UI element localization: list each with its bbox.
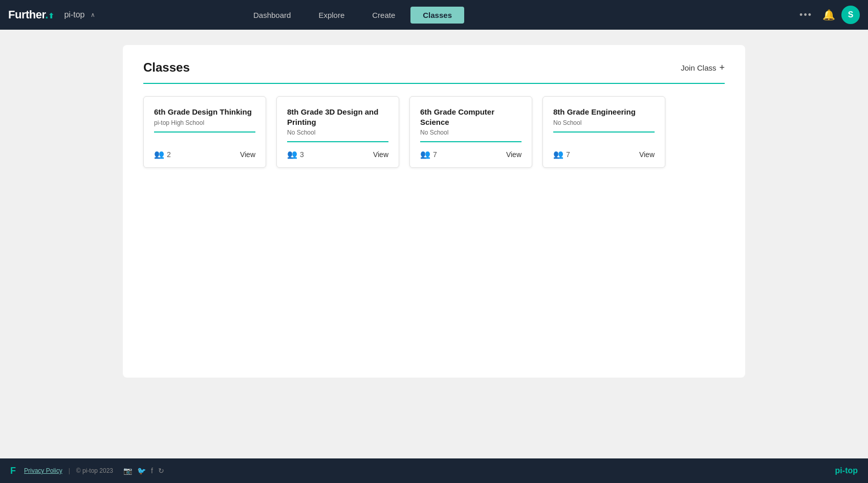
student-count: 👥 7 — [420, 149, 437, 159]
card-school: pi-top High School — [154, 119, 255, 126]
card-school: No School — [420, 129, 522, 136]
count-value: 7 — [566, 150, 570, 159]
logo-text: Further.⬆ — [8, 8, 54, 21]
student-count: 👥 2 — [154, 149, 171, 159]
logo-area: Further.⬆ pi-top ∧ — [8, 8, 95, 21]
student-count: 👥 7 — [553, 149, 570, 159]
card-footer: 👥 3 View — [287, 149, 388, 159]
join-class-button[interactable]: Join Class + — [681, 62, 725, 73]
people-icon: 👥 — [420, 149, 430, 159]
view-button[interactable]: View — [373, 150, 388, 159]
tab-dashboard[interactable]: Dashboard — [241, 7, 303, 24]
join-class-label: Join Class — [681, 63, 716, 72]
card-footer: 👥 7 View — [553, 149, 655, 159]
view-button[interactable]: View — [240, 150, 255, 159]
tab-create[interactable]: Create — [360, 7, 407, 24]
count-value: 3 — [300, 150, 304, 159]
nav-tabs: Dashboard Explore Create Classes — [241, 7, 464, 24]
twitter-icon[interactable]: 🐦 — [137, 467, 146, 475]
tab-explore[interactable]: Explore — [306, 7, 357, 24]
tab-classes[interactable]: Classes — [410, 7, 464, 24]
footer: F Privacy Policy | © pi-top 2023 📷 🐦 f ↻… — [0, 458, 868, 483]
card-title: 8th Grade Engineering — [553, 107, 655, 117]
footer-social: 📷 🐦 f ↻ — [123, 467, 164, 475]
card-divider — [420, 141, 522, 142]
student-count: 👥 3 — [287, 149, 304, 159]
privacy-policy-link[interactable]: Privacy Policy — [24, 467, 62, 474]
card-divider — [287, 141, 388, 142]
panel-header: Classes Join Class + — [143, 60, 725, 75]
card-divider — [553, 131, 655, 133]
card-title: 6th Grade Computer Science — [420, 107, 522, 127]
view-button[interactable]: View — [506, 150, 522, 159]
people-icon: 👥 — [553, 149, 563, 159]
class-card: 8th Grade 3D Design and Printing No Scho… — [276, 96, 399, 168]
header-divider — [143, 83, 725, 84]
cards-grid: 6th Grade Design Thinking pi-top High Sc… — [143, 96, 725, 168]
count-value: 7 — [433, 150, 437, 159]
header: Further.⬆ pi-top ∧ Dashboard Explore Cre… — [0, 0, 868, 30]
instagram-icon[interactable]: 📷 — [123, 467, 132, 475]
people-icon: 👥 — [154, 149, 164, 159]
content-panel: Classes Join Class + 6th Grade Design Th… — [123, 45, 745, 378]
card-divider — [154, 131, 255, 133]
share-icon[interactable]: ↻ — [158, 467, 164, 475]
card-school: No School — [287, 129, 388, 136]
chevron-up-icon[interactable]: ∧ — [91, 11, 95, 18]
page-title: Classes — [143, 60, 190, 75]
class-card: 6th Grade Design Thinking pi-top High Sc… — [143, 96, 266, 168]
logo-wordmark: Further — [8, 8, 45, 21]
plus-icon: + — [719, 62, 725, 73]
count-value: 2 — [167, 150, 171, 159]
facebook-icon[interactable]: f — [151, 467, 153, 475]
avatar[interactable]: S — [841, 6, 860, 24]
footer-pitop-brand: pi-top — [835, 466, 858, 475]
header-right: ••• 🔔 S — [795, 6, 860, 24]
view-button[interactable]: View — [639, 150, 655, 159]
logo-icon: ⬆ — [48, 12, 54, 20]
site-name: pi-top — [64, 10, 84, 19]
card-school: No School — [553, 119, 655, 126]
footer-copyright: © pi-top 2023 — [76, 467, 113, 474]
bell-icon[interactable]: 🔔 — [822, 9, 835, 21]
card-footer: 👥 7 View — [420, 149, 522, 159]
footer-separator: | — [69, 467, 70, 474]
footer-logo: F — [10, 466, 16, 476]
card-title: 8th Grade 3D Design and Printing — [287, 107, 388, 127]
class-card: 6th Grade Computer Science No School 👥 7… — [409, 96, 532, 168]
people-icon: 👥 — [287, 149, 297, 159]
card-title: 6th Grade Design Thinking — [154, 107, 255, 117]
main-content: Classes Join Class + 6th Grade Design Th… — [0, 30, 868, 458]
card-footer: 👥 2 View — [154, 149, 255, 159]
class-card: 8th Grade Engineering No School 👥 7 View — [542, 96, 665, 168]
more-button[interactable]: ••• — [795, 8, 816, 23]
